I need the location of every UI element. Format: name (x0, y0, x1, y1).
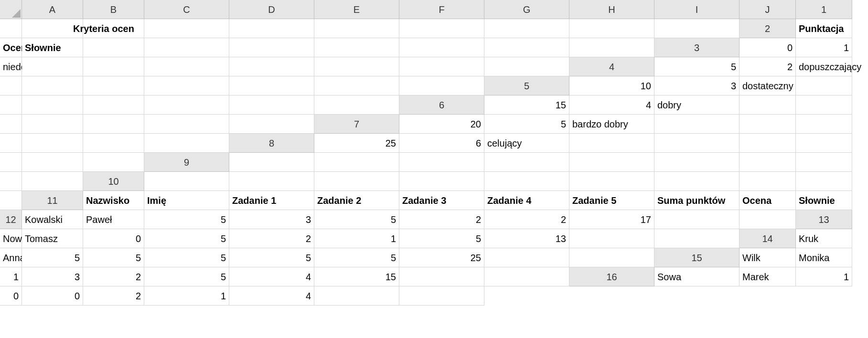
column-header-F[interactable]: F (399, 0, 484, 19)
cell-I12[interactable] (654, 210, 739, 229)
cell-I5[interactable] (229, 95, 314, 115)
cell-J13[interactable] (654, 229, 739, 248)
cell-E11[interactable]: Zadanie 3 (399, 191, 484, 210)
cell-J10[interactable] (0, 191, 22, 210)
cell-F1[interactable] (314, 19, 399, 38)
cell-H12[interactable]: 17 (569, 210, 654, 229)
cell-I1[interactable] (569, 19, 654, 38)
cell-D2[interactable] (83, 38, 144, 57)
cell-I3[interactable] (399, 57, 484, 76)
cell-E15[interactable]: 2 (83, 267, 144, 286)
cell-F9[interactable] (654, 153, 739, 172)
cell-E3[interactable] (83, 57, 144, 76)
cell-H7[interactable] (22, 134, 83, 153)
cell-F4[interactable] (83, 76, 144, 95)
cell-G10[interactable] (654, 172, 739, 191)
cell-C3[interactable]: niedostateczny (0, 57, 22, 76)
cell-F15[interactable]: 5 (144, 267, 229, 286)
cell-A10[interactable] (144, 172, 229, 191)
row-header-1[interactable]: 1 (796, 0, 852, 19)
row-header-16[interactable]: 16 (569, 267, 654, 286)
cell-D8[interactable] (569, 134, 654, 153)
cell-D3[interactable] (22, 57, 83, 76)
column-header-H[interactable]: H (569, 0, 654, 19)
cell-E8[interactable] (654, 134, 739, 153)
cell-G14[interactable]: 5 (314, 248, 399, 267)
cell-H16[interactable]: 4 (229, 286, 314, 306)
cell-E2[interactable] (144, 38, 229, 57)
cell-A11[interactable]: Nazwisko (83, 191, 144, 210)
cell-C4[interactable]: dopuszczający (796, 57, 852, 76)
row-header-2[interactable]: 2 (739, 19, 796, 38)
cell-E5[interactable] (0, 95, 22, 115)
cell-I16[interactable] (314, 286, 399, 306)
column-header-A[interactable]: A (22, 0, 83, 19)
column-header-C[interactable]: C (144, 0, 229, 19)
cell-C9[interactable] (399, 153, 484, 172)
cell-C1[interactable] (83, 19, 144, 38)
cell-G13[interactable]: 5 (399, 229, 484, 248)
cell-H6[interactable] (83, 115, 144, 134)
cell-A7[interactable]: 20 (399, 115, 484, 134)
cell-D14[interactable]: 5 (83, 248, 144, 267)
cell-C10[interactable] (314, 172, 399, 191)
cell-F8[interactable] (739, 134, 796, 153)
cell-J6[interactable] (229, 115, 314, 134)
cell-F7[interactable] (796, 115, 852, 134)
cell-E13[interactable]: 2 (229, 229, 314, 248)
cell-I4[interactable] (314, 76, 399, 95)
cell-B4[interactable]: 2 (739, 57, 796, 76)
cell-I7[interactable] (83, 134, 144, 153)
cell-F14[interactable]: 5 (229, 248, 314, 267)
cell-D9[interactable] (484, 153, 569, 172)
cell-E16[interactable]: 0 (22, 286, 83, 306)
cell-G7[interactable] (0, 134, 22, 153)
row-header-8[interactable]: 8 (229, 134, 314, 153)
cell-J9[interactable] (22, 172, 83, 191)
cell-F11[interactable]: Zadanie 4 (484, 191, 569, 210)
cell-E6[interactable] (796, 95, 852, 115)
cell-J5[interactable] (314, 95, 399, 115)
cell-G3[interactable] (229, 57, 314, 76)
cell-A2[interactable]: Punktacja (796, 19, 852, 38)
select-all-corner[interactable] (0, 0, 22, 19)
cell-G12[interactable]: 2 (484, 210, 569, 229)
cell-G4[interactable] (144, 76, 229, 95)
cell-C2[interactable]: Słownie (22, 38, 83, 57)
cell-C15[interactable]: 1 (0, 267, 22, 286)
cell-C11[interactable]: Zadanie 1 (229, 191, 314, 210)
column-header-B[interactable]: B (83, 0, 144, 19)
cell-A3[interactable]: 0 (739, 38, 796, 57)
row-header-7[interactable]: 7 (314, 115, 399, 134)
cell-I11[interactable]: Ocena (739, 191, 796, 210)
cell-I9[interactable] (0, 172, 22, 191)
cell-B8[interactable]: 6 (399, 134, 484, 153)
cell-D6[interactable] (739, 95, 796, 115)
cell-J16[interactable] (399, 286, 484, 306)
cell-J14[interactable] (569, 248, 654, 267)
cell-H15[interactable]: 15 (314, 267, 399, 286)
cell-A4[interactable]: 5 (654, 57, 739, 76)
cell-H9[interactable] (796, 153, 852, 172)
row-header-13[interactable]: 13 (796, 210, 852, 229)
column-header-E[interactable]: E (314, 0, 399, 19)
row-header-9[interactable]: 9 (144, 153, 229, 172)
row-header-11[interactable]: 11 (22, 191, 83, 210)
cell-F5[interactable] (22, 95, 83, 115)
cell-H8[interactable] (0, 153, 22, 172)
row-header-5[interactable]: 5 (484, 76, 569, 95)
cell-E14[interactable]: 5 (144, 248, 229, 267)
cell-H14[interactable]: 25 (399, 248, 484, 267)
cell-A6[interactable]: 15 (484, 95, 569, 115)
row-header-6[interactable]: 6 (399, 95, 484, 115)
cell-A8[interactable]: 25 (314, 134, 399, 153)
cell-G16[interactable]: 1 (144, 286, 229, 306)
cell-A1[interactable]: Kryteria ocen (0, 19, 22, 38)
cell-H4[interactable] (229, 76, 314, 95)
cell-G15[interactable]: 4 (229, 267, 314, 286)
cell-I8[interactable] (22, 153, 83, 172)
cell-B12[interactable]: Paweł (83, 210, 144, 229)
cell-H10[interactable] (739, 172, 796, 191)
cell-B14[interactable]: Anna (0, 248, 22, 267)
cell-D7[interactable] (654, 115, 739, 134)
